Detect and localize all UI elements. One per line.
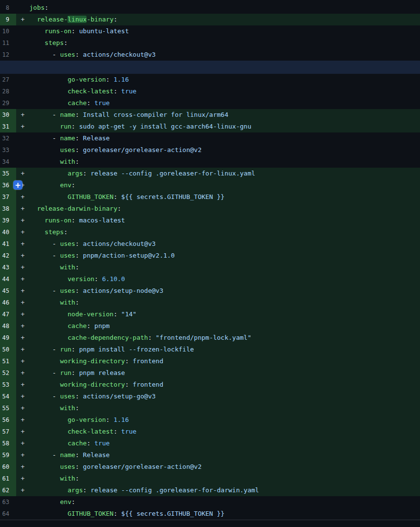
code-segment [29, 299, 60, 306]
line-number[interactable]: 55 [0, 402, 16, 414]
diff-row: 38+ release-darwin-binary: [0, 203, 420, 215]
code-segment: true [94, 99, 110, 107]
code-segment: uses [60, 240, 75, 247]
code-segment [29, 181, 60, 189]
code-line: version: 6.10.0 [29, 273, 420, 285]
code-segment: : [125, 381, 133, 388]
code-line: uses: goreleaser/goreleaser-action@v2 [29, 144, 420, 156]
diff-row: 46+ with: [0, 297, 420, 308]
line-number[interactable]: 54 [0, 391, 16, 402]
line-number[interactable]: 39 [0, 215, 16, 226]
diff-row: 29 cache: true [0, 97, 420, 109]
code-segment: : [125, 357, 133, 365]
added-line-marker: + [16, 109, 29, 121]
added-line-marker: + [16, 402, 29, 414]
code-line: - name: Release [29, 132, 420, 144]
code-segment: with [60, 475, 75, 482]
code-line: jobs: [29, 2, 420, 14]
line-number[interactable]: 8 [0, 2, 16, 14]
line-number[interactable]: 43 [0, 262, 16, 273]
line-number[interactable]: 57 [0, 426, 16, 438]
code-segment [29, 205, 37, 212]
diff-row: 54+ - uses: actions/setup-go@v3 [0, 391, 420, 402]
diff-row: 12 - uses: actions/checkout@v3 [0, 49, 420, 61]
diff-view: 8jobs:9+ release-linux-binary:10 runs-on… [0, 0, 420, 527]
code-segment: runs-on [44, 27, 71, 35]
line-number[interactable]: 64 [0, 508, 16, 520]
line-number[interactable]: 11 [0, 37, 16, 49]
line-number[interactable]: 28 [0, 86, 16, 97]
line-number[interactable]: 27 [0, 74, 16, 86]
line-number[interactable]: 41 [0, 238, 16, 250]
code-segment: cache [67, 439, 87, 447]
code-line: with: [29, 262, 420, 273]
diff-row: 10 runs-on: ubuntu-latest [0, 25, 420, 37]
code-segment: runs-on [44, 217, 71, 224]
added-line-marker: + [16, 332, 29, 344]
line-number[interactable]: 9 [0, 14, 16, 25]
line-number[interactable]: 53 [0, 379, 16, 391]
line-number[interactable]: 47 [0, 308, 16, 320]
code-segment: actions/setup-go@v3 [83, 393, 156, 400]
line-number[interactable]: 50 [0, 344, 16, 355]
added-line-marker: + [16, 379, 29, 391]
code-line: runs-on: ubuntu-latest [29, 25, 420, 37]
code-segment: : [75, 51, 83, 58]
code-segment: Install cross-compiler for linux/arm64 [83, 111, 228, 118]
context-line-marker [16, 2, 29, 14]
code-segment: release- [37, 16, 68, 23]
code-segment: - [29, 252, 60, 259]
code-line: GITHUB_TOKEN: ${{ secrets.GITHUB_TOKEN }… [29, 191, 420, 203]
line-number[interactable]: 62 [0, 484, 16, 496]
line-number[interactable]: 42 [0, 250, 16, 262]
line-number[interactable]: 29 [0, 97, 16, 109]
context-line-marker [16, 97, 29, 109]
code-segment [29, 334, 67, 341]
code-segment: : [75, 264, 79, 271]
line-number[interactable]: 33 [0, 144, 16, 156]
code-segment: steps [44, 39, 64, 46]
code-line: go-version: 1.16 [29, 414, 420, 426]
line-number[interactable]: 35 [0, 168, 16, 179]
diff-row: 47+ node-version: "14" [0, 308, 420, 320]
line-number[interactable]: 56 [0, 414, 16, 426]
line-number[interactable]: 58 [0, 438, 16, 449]
code-segment: : [71, 369, 79, 376]
line-number[interactable]: 48 [0, 320, 16, 332]
line-number[interactable]: 51 [0, 355, 16, 367]
code-segment: : [64, 228, 67, 236]
line-number[interactable]: 46 [0, 297, 16, 308]
diff-row: 44+ version: 6.10.0 [0, 273, 420, 285]
line-number[interactable]: 52 [0, 367, 16, 379]
add-comment-button[interactable]: + [13, 180, 22, 190]
code-segment: : [71, 346, 79, 353]
line-number[interactable]: 49 [0, 332, 16, 344]
code-segment: run [60, 369, 71, 376]
context-line-marker [16, 25, 29, 37]
added-line-marker: + [16, 426, 29, 438]
code-segment: name [60, 111, 75, 118]
line-number[interactable]: 32 [0, 132, 16, 144]
code-segment [29, 416, 67, 423]
line-number[interactable]: 40 [0, 226, 16, 238]
line-number[interactable]: 45 [0, 285, 16, 297]
line-number[interactable]: 12 [0, 49, 16, 61]
line-number[interactable]: 63 [0, 496, 16, 508]
line-number[interactable]: 37 [0, 191, 16, 203]
added-line-marker: + [16, 391, 29, 402]
line-number[interactable]: 44 [0, 273, 16, 285]
code-segment: : [113, 428, 121, 435]
line-number[interactable]: 60 [0, 461, 16, 473]
code-line: args: release --config .goreleaser-for-d… [29, 484, 420, 496]
line-number[interactable]: 38 [0, 203, 16, 215]
line-number[interactable]: 34 [0, 156, 16, 168]
line-number[interactable]: 61 [0, 473, 16, 484]
hunk-expander[interactable] [0, 61, 420, 74]
context-line-marker [16, 74, 29, 86]
code-segment: release-darwin-binary [37, 205, 117, 212]
line-number[interactable]: 59 [0, 449, 16, 461]
line-number[interactable]: 30 [0, 109, 16, 121]
line-number[interactable]: 31 [0, 121, 16, 132]
line-number[interactable]: 10 [0, 25, 16, 37]
code-segment [29, 228, 44, 236]
